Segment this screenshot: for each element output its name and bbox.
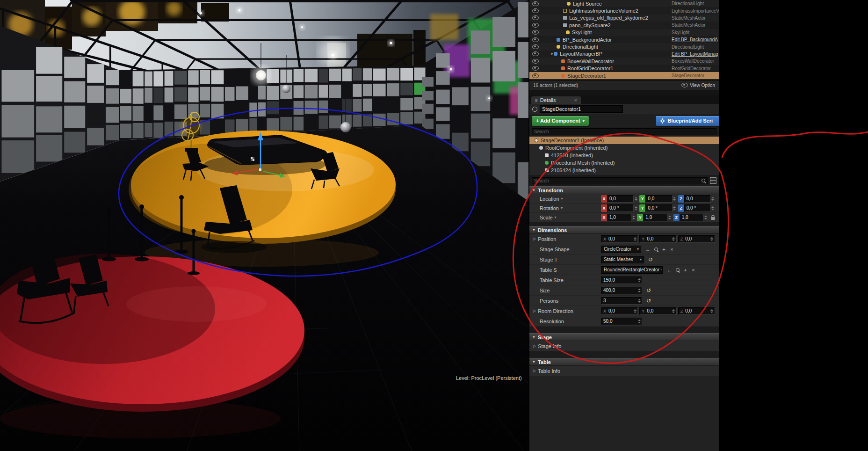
spinner[interactable] bbox=[710, 309, 714, 313]
rotation-x-field[interactable]: X 0,0 ° bbox=[601, 204, 638, 212]
outliner-row-stage-decorator[interactable]: StageDecorator1 StageDecorator bbox=[529, 72, 719, 79]
reset-to-default-icon[interactable]: ↺ bbox=[646, 287, 651, 294]
outliner-row-skydome[interactable]: Las_vegas_old_flipped_skydome2 StaticMes… bbox=[529, 15, 719, 22]
spinner[interactable] bbox=[704, 216, 708, 219]
component-search-input[interactable] bbox=[532, 128, 716, 135]
spinner[interactable] bbox=[637, 289, 641, 292]
scale-z-field[interactable]: Z 1,0 bbox=[673, 214, 708, 221]
outliner-row-pano[interactable]: pano_citySquare2 StaticMeshActor bbox=[529, 22, 719, 29]
spinner[interactable] bbox=[633, 309, 637, 313]
outliner-row-lightmass-volume[interactable]: LightmassImportanceVolume2 LightmassImpo… bbox=[529, 7, 719, 14]
spinner[interactable] bbox=[711, 206, 715, 210]
visibility-eye-icon[interactable] bbox=[532, 30, 539, 35]
collapsed-icon[interactable]: ▷ bbox=[533, 344, 536, 348]
outliner-row-boxes-wall[interactable]: BoxesWallDecorator BoxesWallDecorator bbox=[529, 58, 719, 65]
browse-icon[interactable] bbox=[674, 268, 681, 272]
component-row-instance[interactable]: StageDecorator1 (Instance) bbox=[529, 137, 719, 144]
actor-name-field[interactable] bbox=[540, 105, 623, 113]
add-component-button[interactable]: + Add Component ▾ bbox=[532, 116, 589, 126]
visibility-eye-icon[interactable] bbox=[532, 37, 539, 42]
expand-caret-icon[interactable]: ▾ bbox=[551, 52, 553, 56]
resolution-field[interactable]: 50,0 bbox=[601, 318, 642, 325]
location-y-field[interactable]: Y 0,0 bbox=[639, 195, 676, 203]
edit-blueprint-link[interactable]: Edit BP_BackgroundA bbox=[672, 37, 719, 42]
spinner[interactable] bbox=[637, 320, 641, 323]
visibility-eye-icon[interactable] bbox=[532, 15, 539, 20]
rotation-z-field[interactable]: Z 0,0 ° bbox=[678, 204, 715, 212]
tab-details[interactable]: ≡ Details × bbox=[531, 96, 581, 104]
caret-down-icon[interactable]: ▾ bbox=[561, 196, 563, 201]
collapsed-icon[interactable]: ▷ bbox=[533, 237, 536, 241]
section-header-dimensions[interactable]: ▼ Dimensions bbox=[529, 226, 719, 234]
add-element-icon[interactable]: + bbox=[682, 267, 689, 273]
outliner-row-directional-light[interactable]: DirectionalLight DirectionalLight bbox=[529, 43, 719, 50]
location-x-field[interactable]: X 0,0 bbox=[601, 195, 638, 203]
component-row-root[interactable]: RootComponent (Inherited) bbox=[529, 144, 719, 152]
table-s-dropdown[interactable]: RoundedRectangleCreator ▾ bbox=[601, 266, 663, 274]
component-row-procedural-mesh[interactable]: Procedural Mesh (Inherited) bbox=[529, 159, 719, 167]
clear-icon[interactable]: × bbox=[668, 247, 675, 252]
outliner-row-roof-grid[interactable]: RoofGridDecorator1 RoofGridDecorator bbox=[529, 65, 719, 72]
visibility-eye-icon[interactable] bbox=[532, 44, 539, 49]
spinner[interactable] bbox=[710, 237, 714, 241]
component-row-2105424[interactable]: 2105424 (Inherited) bbox=[529, 167, 719, 174]
scale-x-field[interactable]: X 1,0 bbox=[601, 214, 636, 221]
rotation-y-field[interactable]: Y 0,0 ° bbox=[639, 204, 676, 212]
spinner[interactable] bbox=[673, 206, 677, 210]
scale-y-field[interactable]: Y 1,0 bbox=[637, 214, 672, 221]
spinner[interactable] bbox=[634, 197, 638, 201]
visibility-eye-icon[interactable] bbox=[532, 8, 539, 13]
outliner-row-bp-background[interactable]: BP_BackgroundActor Edit BP_BackgroundA bbox=[529, 36, 719, 43]
spinner[interactable] bbox=[637, 299, 641, 303]
size-field[interactable]: 400,0 bbox=[601, 287, 642, 294]
browse-icon[interactable] bbox=[652, 247, 659, 251]
spinner[interactable] bbox=[673, 197, 677, 201]
close-icon[interactable]: × bbox=[574, 97, 577, 103]
persons-field[interactable]: 3 bbox=[601, 297, 642, 305]
spinner[interactable] bbox=[633, 237, 637, 241]
spinner[interactable] bbox=[634, 206, 638, 210]
table-size-field[interactable]: 150,0 bbox=[601, 276, 642, 284]
spinner[interactable] bbox=[672, 237, 676, 241]
blueprint-add-script-button[interactable]: Blueprint/Add Scri bbox=[656, 116, 719, 126]
section-header-transform[interactable]: ▼ Transform bbox=[529, 186, 719, 194]
stage-t-dropdown[interactable]: Static Meshes ▾ bbox=[601, 256, 644, 263]
property-row-table-info[interactable]: ▷ Table Info bbox=[529, 366, 719, 376]
use-selected-asset-icon[interactable]: ← bbox=[644, 247, 651, 252]
lock-icon[interactable] bbox=[711, 215, 715, 220]
visibility-eye-icon[interactable] bbox=[532, 66, 539, 71]
property-row-stage-info[interactable]: ▷ Stage Info bbox=[529, 341, 719, 351]
position-y-field[interactable]: Y0,0 bbox=[639, 235, 676, 243]
visibility-eye-icon[interactable] bbox=[532, 73, 539, 78]
outliner-row-light-source[interactable]: Light Source DirectionalLight bbox=[529, 0, 719, 7]
visibility-eye-icon[interactable] bbox=[532, 51, 539, 56]
spinner[interactable] bbox=[711, 197, 715, 201]
room-direction-z-field[interactable]: Z0,0 bbox=[678, 307, 715, 315]
collapsed-icon[interactable]: ▷ bbox=[533, 369, 536, 373]
view-options-button[interactable]: View Option bbox=[681, 83, 715, 88]
visibility-eye-icon[interactable] bbox=[532, 59, 539, 64]
collapsed-icon[interactable]: ▷ bbox=[533, 309, 536, 313]
outliner-row-layout-manager[interactable]: ▾ LayoutManagerBP Edit BP_LayoutManag bbox=[529, 51, 719, 58]
viewport-3d[interactable]: Level: ProcLevel (Persistent) bbox=[0, 0, 528, 451]
property-search-input[interactable] bbox=[532, 177, 708, 184]
property-matrix-icon[interactable] bbox=[710, 177, 716, 184]
spinner[interactable] bbox=[631, 216, 636, 219]
visibility-eye-icon[interactable] bbox=[532, 1, 539, 6]
edit-blueprint-link[interactable]: Edit BP_LayoutManag bbox=[672, 51, 719, 57]
reset-to-default-icon[interactable]: ↺ bbox=[648, 256, 653, 263]
room-direction-x-field[interactable]: X0,0 bbox=[601, 307, 638, 315]
visibility-eye-icon[interactable] bbox=[532, 23, 539, 28]
clear-icon[interactable]: × bbox=[690, 267, 697, 273]
caret-down-icon[interactable]: ▾ bbox=[561, 206, 563, 210]
reset-to-default-icon[interactable]: ↺ bbox=[646, 298, 651, 304]
stage-shape-dropdown[interactable]: CircleCreator ▾ bbox=[601, 246, 641, 253]
position-x-field[interactable]: X0,0 bbox=[601, 235, 638, 243]
use-selected-asset-icon[interactable]: ← bbox=[666, 267, 673, 273]
location-z-field[interactable]: Z 0,0 bbox=[678, 195, 715, 203]
section-header-table[interactable]: ▼ Table bbox=[529, 358, 719, 366]
position-z-field[interactable]: Z0,0 bbox=[678, 235, 715, 243]
room-direction-y-field[interactable]: Y0,0 bbox=[639, 307, 676, 315]
add-element-icon[interactable]: + bbox=[660, 247, 667, 252]
spinner[interactable] bbox=[672, 309, 676, 313]
